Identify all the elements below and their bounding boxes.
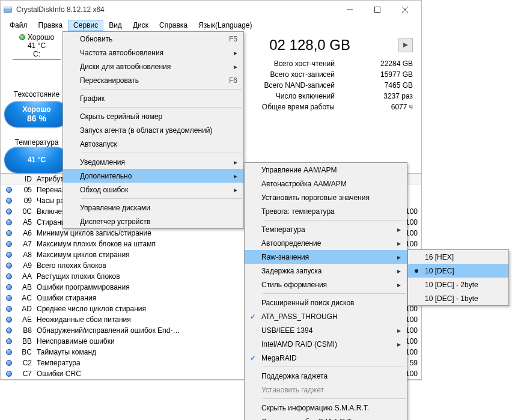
menu-item[interactable]: Тревога: температура — [245, 204, 407, 218]
menu-item[interactable]: Raw-значения▸ — [245, 250, 407, 264]
menu-item[interactable]: ОбновитьF5 — [63, 32, 243, 46]
titlebar: CrystalDiskInfo 8.12.12 x64 — [1, 1, 421, 19]
menu-separator — [81, 198, 242, 199]
temperature-label: Температура — [15, 138, 59, 147]
menu-item[interactable]: 10 [DEC] - 2byte — [408, 278, 508, 291]
menu-label: Диски для автообновления — [80, 62, 222, 71]
menu-item[interactable]: Intel/AMD RAID (CSMI)▸ — [245, 337, 407, 351]
menu-label: Тревога: температура — [261, 207, 401, 216]
menu-item[interactable]: Задержка запуска▸ — [245, 264, 407, 278]
menu-item[interactable]: Диски для автообновления▸ — [63, 59, 243, 73]
maximize-button[interactable] — [364, 1, 391, 19]
menu-item[interactable]: Скрыть информацию S.M.A.R.T. — [245, 401, 407, 415]
menu-item[interactable]: Скрыть серийный номер — [63, 109, 243, 123]
menu-item[interactable]: Уведомления▸ — [63, 155, 243, 169]
menu-item[interactable]: График — [63, 91, 243, 105]
menu-label: Диспетчер устройств — [80, 218, 237, 226]
menu-item[interactable]: Язык(Language) — [193, 20, 257, 31]
menu-item[interactable]: Автонастройка AAM/APM — [245, 177, 407, 190]
health-label: Техсостояние — [14, 90, 59, 99]
menu-item[interactable]: Скрыть диск без S.M.A.R.T. — [245, 415, 407, 420]
menu-item[interactable]: Сервис — [68, 20, 103, 31]
menu-item[interactable]: Автозапуск — [63, 137, 243, 151]
submenu-arrow-icon: ▸ — [222, 49, 237, 57]
menu-separator — [81, 153, 242, 153]
menu-shortcut: F6 — [217, 76, 237, 85]
menu-item[interactable]: Диспетчер устройств — [63, 215, 243, 228]
next-drive-button[interactable] — [398, 38, 413, 52]
menu-separator — [263, 220, 406, 221]
menu-item[interactable]: 10 [DEC] — [408, 264, 508, 278]
temperature-section: Температура 41 °C — [1, 138, 73, 173]
stat-value: 15977 GB — [341, 70, 413, 79]
menu-item[interactable]: Автоопределение▸ — [245, 236, 407, 250]
col-id[interactable]: ID — [17, 175, 34, 183]
status-dot-icon — [6, 349, 12, 355]
status-dot-icon — [6, 317, 12, 323]
menu-item[interactable]: Поддержка гаджета — [245, 369, 407, 383]
submenu-arrow-icon: ▸ — [385, 326, 401, 335]
temperature-badge[interactable]: 41 °C — [4, 147, 69, 173]
status-dot-icon — [6, 252, 12, 258]
cell-id: AC — [17, 294, 34, 302]
status-dot-icon — [6, 284, 12, 290]
submenu-arrow-icon: ▸ — [385, 281, 401, 289]
menu-label: Запуск агента (в области уведомлений) — [80, 126, 237, 135]
menu-item[interactable]: ПересканироватьF6 — [63, 73, 243, 87]
drive-temp-short: 41 °C — [28, 41, 46, 50]
health-badge[interactable]: Хорошо 86 % — [4, 101, 69, 127]
menu-item[interactable]: 16 [HEX] — [408, 250, 508, 264]
menu-label: Задержка запуска — [261, 267, 385, 275]
menu-label: Raw-значения — [261, 253, 385, 261]
cell-id: 0C — [17, 207, 34, 216]
close-button[interactable] — [391, 1, 419, 19]
health-section: Техсостояние Хорошо 86 % — [1, 90, 73, 127]
status-dot-icon — [6, 327, 12, 333]
menu-item[interactable]: Установить пороговые значения — [245, 190, 407, 204]
menu-label: ATA_PASS_THROUGH — [261, 312, 401, 321]
check-icon: ✓ — [245, 354, 261, 362]
menu-item[interactable]: Файл — [4, 20, 33, 31]
menu-item[interactable]: ✓ATA_PASS_THROUGH — [245, 309, 407, 323]
menu-item[interactable]: Вид — [103, 20, 127, 31]
menu-item[interactable]: Правка — [33, 20, 69, 31]
submenu-arrow-icon: ▸ — [385, 239, 401, 248]
submenu-arrow-icon: ▸ — [385, 267, 401, 275]
menu-item[interactable]: Дополнительно▸ — [63, 169, 243, 183]
advanced-submenu: Управление AAM/APMАвтонастройка AAM/APMУ… — [244, 162, 407, 420]
menu-item[interactable]: Обход ошибок▸ — [63, 183, 243, 196]
drive-summary[interactable]: Хорошо 41 °C C: — [1, 33, 73, 60]
menu-label: Intel/AMD RAID (CSMI) — [261, 340, 385, 348]
stat-key: Общее время работы — [262, 103, 341, 111]
menu-label: Управление AAM/APM — [261, 166, 401, 174]
menu-label: Скрыть диск без S.M.A.R.T. — [261, 418, 401, 421]
menu-item[interactable]: Диск — [127, 20, 154, 31]
drive-underline — [13, 59, 61, 60]
menu-shortcut: F5 — [217, 35, 237, 43]
submenu-arrow-icon: ▸ — [222, 62, 237, 71]
menu-item[interactable]: ✓MegaRAID — [245, 351, 407, 365]
menu-label: Пересканировать — [80, 76, 217, 85]
menu-item[interactable]: Управление AAM/APM — [245, 163, 407, 177]
menu-item[interactable]: Управление дисками — [63, 201, 243, 215]
status-dot-icon — [6, 208, 12, 215]
drive-status-text: Хорошо — [28, 33, 54, 41]
menu-label: График — [80, 94, 237, 103]
temperature-value: 41 °C — [28, 156, 46, 164]
menu-separator — [263, 398, 406, 399]
menu-item[interactable]: Запуск агента (в области уведомлений) — [63, 123, 243, 137]
status-dot-icon — [6, 230, 12, 236]
stat-value: 6077 ч — [341, 103, 413, 111]
drive-letter: C: — [33, 50, 40, 58]
menu-item[interactable]: Стиль оформления▸ — [245, 278, 407, 291]
menu-item[interactable]: Частота автообновления▸ — [63, 46, 243, 59]
menu-label: Поддержка гаджета — [261, 372, 401, 380]
menu-item[interactable]: Температура▸ — [245, 222, 407, 236]
minimize-button[interactable] — [336, 1, 364, 19]
menu-item[interactable]: Расширенный поиск дисков — [245, 296, 407, 309]
menu-item[interactable]: USB/IEEE 1394▸ — [245, 323, 407, 337]
menu-item[interactable]: Справка — [154, 20, 193, 31]
menu-item[interactable]: 10 [DEC] - 1byte — [408, 291, 508, 305]
status-dot-icon — [6, 295, 12, 301]
status-dot-icon — [6, 241, 12, 247]
